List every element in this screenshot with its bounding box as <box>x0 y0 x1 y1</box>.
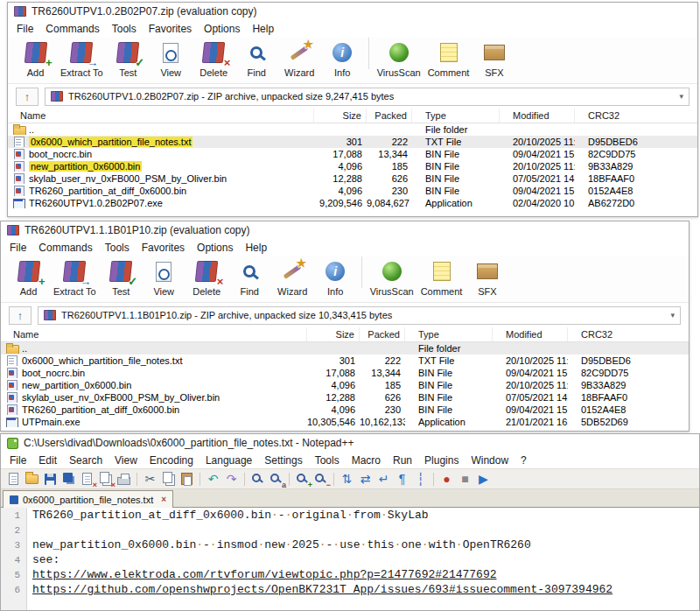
tab-notes-file[interactable]: 0x6000_partition_file_notes.txt × <box>3 490 173 508</box>
test-button[interactable]: ✓ Test <box>108 39 149 79</box>
menu-item[interactable]: Plugins <box>418 453 465 467</box>
wizard-button[interactable]: ★ Wizard <box>272 257 313 298</box>
menu-item[interactable]: Settings <box>258 453 308 467</box>
comment-button[interactable]: Comment <box>418 257 466 298</box>
sfx-button[interactable]: SFX <box>466 257 508 298</box>
cut-icon[interactable]: ✂ <box>142 471 158 488</box>
view-button[interactable]: View <box>144 257 185 298</box>
toolbar-separator[interactable] <box>358 257 366 289</box>
column-type[interactable]: Type <box>405 327 493 341</box>
new-file-icon[interactable] <box>5 471 22 488</box>
file-row[interactable]: boot_nocrc.bin 17,088 13,344 BIN File 09… <box>8 148 697 160</box>
sync-horizontal-icon[interactable]: ⇄ <box>357 471 374 488</box>
macro-stop-icon[interactable]: ■ <box>457 471 473 488</box>
find-button[interactable]: Find <box>229 257 270 298</box>
paste-icon[interactable] <box>178 471 195 488</box>
sync-vertical-icon[interactable]: ⇅ <box>339 471 355 488</box>
column-name[interactable]: Name <box>10 109 314 123</box>
print-icon[interactable] <box>116 471 132 488</box>
toolbar-separator[interactable] <box>197 471 203 488</box>
title-bar[interactable]: C:\Users\divad\Downloads\0x6000_partitio… <box>1 434 699 452</box>
view-button[interactable]: View <box>150 39 192 79</box>
menu-item[interactable]: Commands <box>32 241 98 255</box>
column-packed[interactable]: Packed <box>360 327 405 341</box>
comment-button[interactable]: Comment <box>425 39 472 79</box>
menu-item[interactable]: File <box>4 453 32 467</box>
file-row[interactable]: TR6260_partition_at_diff_0x6000.bin 4,09… <box>1 404 689 416</box>
column-crc32[interactable]: CRC32 <box>575 109 696 123</box>
delete-button[interactable]: × Delete <box>186 257 228 298</box>
menu-item[interactable]: Favorites <box>143 22 198 36</box>
menu-item[interactable]: Help <box>246 22 280 36</box>
menu-item[interactable]: Options <box>191 241 239 255</box>
column-modified[interactable]: Modified <box>493 327 568 341</box>
virusscan-button[interactable]: VirusScan <box>368 257 416 298</box>
add-button[interactable]: + Add <box>15 39 56 79</box>
file-row[interactable]: TR6260UTPV1.0.2B02P07.exe 9,209,546 9,08… <box>8 197 697 209</box>
column-crc32[interactable]: CRC32 <box>568 327 687 341</box>
tab-close-icon[interactable]: × <box>161 495 166 504</box>
column-size[interactable]: Size <box>307 327 360 341</box>
copy-icon[interactable] <box>160 471 177 488</box>
toolbar-separator[interactable] <box>430 471 437 488</box>
up-one-level-button[interactable]: ↑ <box>9 306 32 325</box>
menu-item[interactable]: Language <box>200 453 258 467</box>
menu-item[interactable]: ? <box>514 453 533 467</box>
menu-item[interactable]: Window <box>465 453 514 467</box>
menu-item[interactable]: View <box>108 453 144 467</box>
show-all-characters-icon[interactable]: ¶ <box>394 471 410 488</box>
file-row[interactable]: .. File folder <box>8 123 697 136</box>
column-packed[interactable]: Packed <box>367 109 412 123</box>
extract-to-button[interactable]: → Extract To <box>51 257 99 298</box>
toolbar-separator[interactable] <box>331 471 337 488</box>
column-size[interactable]: Size <box>314 109 367 123</box>
toolbar-separator[interactable] <box>365 39 373 70</box>
file-row[interactable]: skylab_user_nv_0xFB000_PSM_by_Oliver.bin… <box>8 172 697 185</box>
column-type[interactable]: Type <box>412 109 500 123</box>
zoom-out-icon[interactable]: − <box>312 471 329 488</box>
info-button[interactable]: i Info <box>322 39 363 79</box>
replace-icon[interactable]: a <box>268 471 284 488</box>
file-row[interactable]: 0x6000_which_partition_file_notes.txt 30… <box>8 136 697 148</box>
up-one-level-button[interactable]: ↑ <box>16 88 38 106</box>
open-file-icon[interactable] <box>24 471 40 488</box>
toolbar-separator[interactable] <box>134 471 140 488</box>
menu-item[interactable]: Encoding <box>144 453 200 467</box>
file-row[interactable]: TR6260_partition_at_diff_0x6000.bin 4,09… <box>8 185 697 197</box>
indent-guide-icon[interactable]: ┆ <box>412 471 429 488</box>
toolbar-separator[interactable] <box>242 471 248 488</box>
close-all-icon[interactable]: × <box>97 471 114 488</box>
menu-item[interactable]: Edit <box>32 453 63 467</box>
menu-item[interactable]: Macro <box>346 453 387 467</box>
file-row[interactable]: new_partition_0x6000.bin 4,096 185 BIN F… <box>8 160 697 172</box>
file-row[interactable]: boot_nocrc.bin 17,088 13,344 BIN File 09… <box>1 367 689 379</box>
file-row[interactable]: new_partition_0x6000.bin 4,096 185 BIN F… <box>1 379 689 391</box>
macro-play-icon[interactable]: ▶ <box>475 471 492 488</box>
add-button[interactable]: + Add <box>8 257 49 298</box>
column-modified[interactable]: Modified <box>500 109 575 123</box>
address-combo[interactable]: TR6260UTPV1.0.2B02P07.zip - ZIP archive,… <box>45 88 690 106</box>
address-combo[interactable]: TR6260UTPV1.1.1B01P10.zip - ZIP archive,… <box>38 306 681 325</box>
virusscan-button[interactable]: VirusScan <box>374 39 424 79</box>
title-bar[interactable]: TR6260UTPV1.1.1B01P10.zip (evaluation co… <box>1 221 689 239</box>
menu-item[interactable]: Help <box>239 241 273 255</box>
menu-item[interactable]: Favorites <box>136 241 191 255</box>
dropdown-arrow-icon[interactable]: ▾ <box>679 92 683 101</box>
close-icon[interactable]: × <box>79 471 95 488</box>
menu-item[interactable]: Tools <box>99 241 136 255</box>
file-row[interactable]: skylab_user_nv_0xFB000_PSM_by_Oliver.bin… <box>1 391 689 404</box>
menu-item[interactable]: Options <box>198 22 246 36</box>
test-button[interactable]: ✓ Test <box>101 257 142 298</box>
menu-item[interactable]: Search <box>63 453 108 467</box>
menu-item[interactable]: File <box>10 22 39 36</box>
menu-item[interactable]: Run <box>387 453 418 467</box>
menu-item[interactable]: File <box>4 241 32 255</box>
file-row[interactable]: UTPmain.exe 10,305,546 10,162,133 Applic… <box>1 416 689 428</box>
macro-record-icon[interactable]: ● <box>438 471 455 488</box>
find-icon[interactable] <box>249 471 266 488</box>
column-name[interactable]: Name <box>3 327 307 341</box>
save-icon[interactable] <box>42 471 59 488</box>
sfx-button[interactable]: SFX <box>473 39 514 79</box>
menu-item[interactable]: Tools <box>309 453 346 467</box>
wizard-button[interactable]: ★ Wizard <box>279 39 320 79</box>
